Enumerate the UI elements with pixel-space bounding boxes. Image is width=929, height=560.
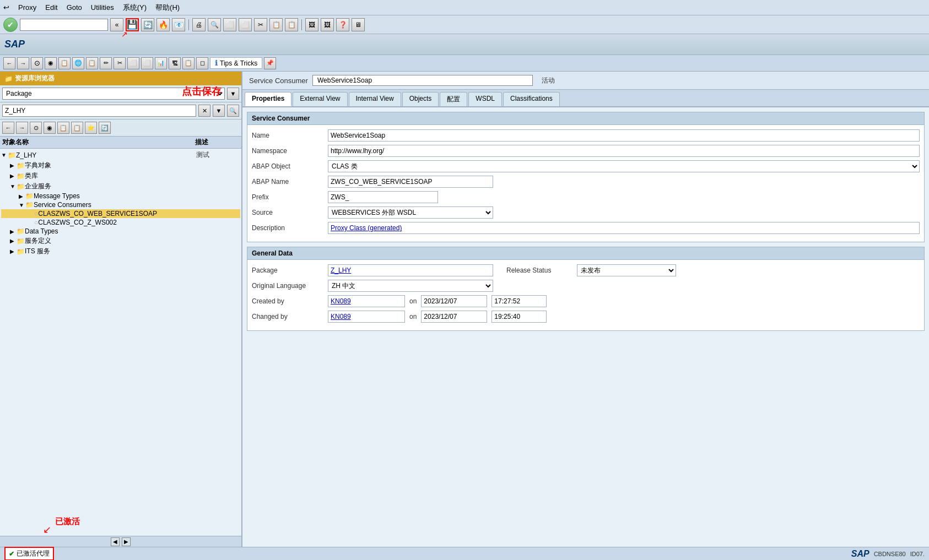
tree-item-qiye[interactable]: ▼ 📁 企业服务 <box>1 181 240 192</box>
find-next-button[interactable]: ⬜ <box>223 18 236 31</box>
created-time-input[interactable] <box>491 295 547 307</box>
nav-back[interactable]: ← <box>3 57 15 69</box>
filter-dropdown[interactable]: ▼ <box>227 88 239 100</box>
description-input[interactable] <box>328 222 920 234</box>
check-button[interactable]: ✔ <box>3 18 18 32</box>
copy-button[interactable]: 📋 <box>269 18 283 31</box>
search-dropdown[interactable]: ▼ <box>213 105 225 117</box>
abap-name-input[interactable] <box>328 176 493 188</box>
help-button[interactable]: ❓ <box>336 18 349 31</box>
menu-edit[interactable]: Edit <box>45 3 57 12</box>
source-select[interactable]: WEBSERVICES 外部 WSDL <box>328 206 493 219</box>
nav-3[interactable]: 📋 <box>58 57 71 69</box>
exit-icon[interactable]: ↩ <box>3 3 9 12</box>
execute-button[interactable]: 🔥 <box>156 18 170 31</box>
scroll-right[interactable]: ▶ <box>122 537 131 546</box>
tool-6[interactable]: 📋 <box>71 122 83 134</box>
window2-button[interactable]: 🖼 <box>321 18 334 31</box>
cut-button[interactable]: ✂ <box>254 18 267 31</box>
sc-section-title: Service Consumer <box>247 112 924 125</box>
menu-system[interactable]: 系统(Y) <box>123 3 147 13</box>
field-source-row: Source WEBSERVICES 外部 WSDL <box>252 206 920 219</box>
menu-proxy[interactable]: Proxy <box>18 3 36 12</box>
find-button[interactable]: 🔍 <box>208 18 221 31</box>
tool-1[interactable]: ← <box>2 122 14 134</box>
tool-7[interactable]: ⭐ <box>85 122 97 134</box>
tree-item-datatypes[interactable]: ▶ 📁 Data Types <box>1 227 240 236</box>
tree-item-ws002[interactable]: ○ CLASZWS_CO_Z_WS002 <box>1 218 240 227</box>
changed-time-input[interactable] <box>491 311 547 323</box>
tab-objects[interactable]: Objects <box>402 92 439 106</box>
tab-properties[interactable]: Properties <box>245 92 291 106</box>
print-button[interactable]: 🖨 <box>192 18 206 31</box>
nav-10[interactable]: 📊 <box>155 57 167 69</box>
tab-internal-view[interactable]: Internal View <box>349 92 401 106</box>
prefix-input[interactable] <box>328 191 438 203</box>
tree-item-fuwudef[interactable]: ▶ 📁 服务定义 <box>1 236 240 246</box>
paste-button[interactable]: 📋 <box>285 18 298 31</box>
nav-7[interactable]: ✂ <box>114 57 126 69</box>
notes-button[interactable]: 📌 <box>264 57 276 69</box>
created-by-input[interactable] <box>328 295 405 307</box>
nav-12[interactable]: 📋 <box>182 57 195 69</box>
orig-lang-select[interactable]: ZH 中文 <box>328 280 493 292</box>
tree-item-zlhy[interactable]: ▼ 📁 Z_LHY 测试 <box>1 150 240 160</box>
window1-button[interactable]: 🖼 <box>305 18 318 31</box>
scroll-left[interactable]: ◀ <box>111 537 120 546</box>
sidebar-scrollbar[interactable]: ◀ ▶ <box>0 536 241 547</box>
tool-2[interactable]: → <box>16 122 28 134</box>
tree-item-ziduan[interactable]: ▶ 📁 字典对象 <box>1 160 240 171</box>
tree-item-its[interactable]: ▶ 📁 ITS 服务 <box>1 246 240 257</box>
nav-13[interactable]: ◻ <box>196 57 208 69</box>
tree-item-svccons[interactable]: ▼ 📁 Service Consumers <box>1 200 240 209</box>
menu-utilities[interactable]: Utilities <box>91 3 114 12</box>
tool-4[interactable]: ◉ <box>44 122 56 134</box>
nav-6[interactable]: ✏ <box>100 57 112 69</box>
tool-5[interactable]: 📋 <box>57 122 69 134</box>
tab-classifications[interactable]: Classifications <box>503 92 560 106</box>
tree-item-ws1soap[interactable]: ○ CLASZWS_CO_WEB_SERVICE1SOAP <box>1 209 240 218</box>
tool-3[interactable]: ⊙ <box>30 122 42 134</box>
menu-help[interactable]: 帮助(H) <box>155 3 180 13</box>
tool-8[interactable]: 🔄 <box>99 122 111 134</box>
search-input[interactable] <box>2 105 196 117</box>
nav-11[interactable]: 🏗 <box>169 57 181 69</box>
release-status-select[interactable]: 未发布 <box>577 264 676 276</box>
package-input[interactable] <box>328 264 493 276</box>
search-execute[interactable]: 🔍 <box>227 105 239 117</box>
tips-tricks-button[interactable]: ℹ Tips & Tricks <box>210 57 262 69</box>
tab-wsdl[interactable]: WSDL <box>468 92 502 106</box>
field-abap-object-row: ABAP Object CLAS 类 <box>252 160 920 172</box>
tab-external-view[interactable]: External View <box>293 92 347 106</box>
nav-5[interactable]: 📋 <box>86 57 98 69</box>
back-button[interactable]: « <box>110 18 123 31</box>
namespace-input[interactable] <box>328 145 920 157</box>
tree-item-leiku[interactable]: ▶ 📁 类库 <box>1 171 240 181</box>
nav-9[interactable]: ⬜ <box>141 57 153 69</box>
tree-item-msgtypes[interactable]: ▶ 📁 Message Types <box>1 192 240 200</box>
nav-8[interactable]: ⬜ <box>127 57 139 69</box>
created-date-input[interactable] <box>421 295 487 307</box>
nav-4[interactable]: 🌐 <box>72 57 84 69</box>
field-prefix-row: Prefix <box>252 191 920 203</box>
find-prev-button[interactable]: ⬜ <box>239 18 252 31</box>
field-abap-name-row: ABAP Name <box>252 176 920 188</box>
changed-date-input[interactable] <box>421 311 487 323</box>
command-input[interactable] <box>20 19 108 31</box>
abap-object-select[interactable]: CLAS 类 <box>328 160 920 172</box>
nav-1[interactable]: ⊙ <box>31 57 43 69</box>
name-input[interactable] <box>328 129 920 142</box>
tab-config[interactable]: 配置 <box>440 92 467 106</box>
save-button[interactable]: 💾 <box>126 18 139 31</box>
folder-icon: 📁 <box>4 75 13 83</box>
monitor-button[interactable]: 🖥 <box>352 18 365 31</box>
menu-goto[interactable]: Goto <box>67 3 82 12</box>
changed-by-input[interactable] <box>328 311 405 323</box>
email-button[interactable]: 📧 <box>172 18 185 31</box>
sidebar-header: 📁 资源库浏览器 <box>0 72 241 85</box>
nav-forward[interactable]: → <box>17 57 29 69</box>
nav-2[interactable]: ◉ <box>45 57 57 69</box>
search-clear[interactable]: ✕ <box>198 105 210 117</box>
rp-value-input[interactable] <box>312 75 533 86</box>
refresh-button[interactable]: 🔄 <box>141 18 154 31</box>
